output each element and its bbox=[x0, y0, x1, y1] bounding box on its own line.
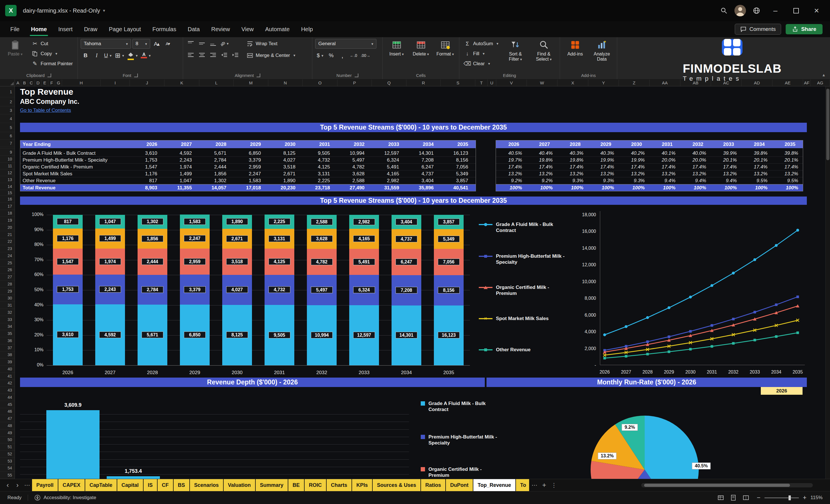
cell[interactable]: 17.4% bbox=[557, 164, 588, 170]
cell[interactable]: 7,056 bbox=[441, 164, 476, 170]
cell[interactable]: 27,490 bbox=[338, 185, 372, 191]
search-icon[interactable] bbox=[717, 4, 731, 17]
row-header-36[interactable]: 36 bbox=[0, 337, 14, 344]
cell[interactable]: 2,671 bbox=[268, 171, 303, 177]
row-header-3[interactable]: 3 bbox=[0, 106, 14, 115]
borders-button[interactable] bbox=[114, 51, 125, 60]
row-header-46[interactable]: 46 bbox=[0, 408, 14, 415]
cell[interactable]: 1,753 bbox=[130, 157, 165, 163]
cell[interactable]: 1,583 bbox=[234, 178, 268, 184]
row-header-19[interactable]: 19 bbox=[0, 217, 14, 224]
cell[interactable]: 100% bbox=[772, 185, 803, 191]
column-header-V[interactable]: V bbox=[496, 80, 527, 86]
cell[interactable]: 5,671 bbox=[199, 151, 234, 156]
sheet-tab-charts[interactable]: Charts bbox=[327, 479, 352, 491]
alignment-dialog-launcher[interactable] bbox=[257, 73, 260, 77]
insert-cells-button[interactable]: Insert bbox=[386, 39, 408, 57]
column-header-W[interactable]: W bbox=[527, 80, 557, 86]
sheet-tab-kpis[interactable]: KPIs bbox=[352, 479, 372, 491]
cell[interactable]: 40.4% bbox=[526, 151, 557, 156]
column-header-C[interactable]: C bbox=[28, 80, 35, 86]
font-size-select[interactable]: 8 bbox=[132, 39, 150, 49]
sheet-tab-roic[interactable]: ROIC bbox=[305, 479, 326, 491]
sheet-tab-captable[interactable]: CapTable bbox=[85, 479, 117, 491]
cell[interactable]: 6,324 bbox=[372, 157, 407, 163]
column-header-S[interactable]: S bbox=[441, 80, 475, 86]
year-ending-header[interactable]: Year Ending bbox=[20, 141, 130, 147]
tab-options-icon[interactable] bbox=[549, 479, 559, 491]
sheet-tab-valuation[interactable]: Valuation bbox=[224, 479, 255, 491]
row-header-44[interactable]: 44 bbox=[0, 394, 14, 401]
cell[interactable]: 1,547 bbox=[130, 164, 165, 170]
share-button[interactable]: Share bbox=[786, 24, 823, 34]
cell[interactable]: 13.2% bbox=[711, 171, 741, 177]
row-header-9[interactable]: 9 bbox=[0, 149, 14, 156]
menu-tab-file[interactable]: File bbox=[5, 21, 25, 37]
row-header-24[interactable]: 24 bbox=[0, 252, 14, 259]
sheet-tab-capital[interactable]: Capital bbox=[117, 479, 143, 491]
menu-tab-insert[interactable]: Insert bbox=[53, 21, 78, 37]
row-header-22[interactable]: 22 bbox=[0, 238, 14, 245]
column-header-AF[interactable]: AF bbox=[803, 80, 810, 86]
cell[interactable]: 14,057 bbox=[199, 185, 234, 191]
pie-chart[interactable]: 40.5%13.2%9.2% bbox=[581, 410, 730, 479]
cell[interactable]: 8,156 bbox=[441, 157, 476, 163]
find-select-button[interactable]: Find & Select bbox=[531, 39, 557, 62]
year-header[interactable]: 2030 bbox=[268, 141, 303, 147]
row-header-12[interactable]: 12 bbox=[0, 169, 14, 176]
cell[interactable]: 1,890 bbox=[268, 178, 303, 184]
revenue-stream-label[interactable]: Premium High-Butterfat Milk - Specialty bbox=[20, 157, 130, 163]
globe-icon[interactable] bbox=[750, 4, 763, 17]
orientation-button[interactable] bbox=[219, 39, 229, 48]
column-header-AG[interactable]: AG bbox=[810, 80, 830, 86]
cell[interactable]: 2,243 bbox=[165, 157, 199, 163]
sheet-tab-cf[interactable]: CF bbox=[158, 479, 173, 491]
page-break-view-icon[interactable] bbox=[742, 494, 749, 501]
cell[interactable]: 3,628 bbox=[338, 171, 372, 177]
merge-center-button[interactable]: Merge & Center bbox=[245, 51, 297, 60]
total-revenue-label[interactable]: Total Revenue bbox=[20, 185, 130, 191]
row-header-29[interactable]: 29 bbox=[0, 288, 14, 295]
cell[interactable]: 9.2% bbox=[496, 178, 526, 184]
more-sheets-icon[interactable] bbox=[22, 479, 32, 491]
cell[interactable]: 20,230 bbox=[268, 185, 303, 191]
menu-tab-data[interactable]: Data bbox=[182, 21, 205, 37]
cell[interactable]: 2,588 bbox=[338, 178, 372, 184]
cell[interactable]: 16,123 bbox=[441, 151, 476, 156]
row-header-47[interactable]: 47 bbox=[0, 415, 14, 422]
column-header-U[interactable]: U bbox=[488, 80, 496, 86]
cell[interactable]: 9.4% bbox=[649, 178, 680, 184]
row-header-28[interactable]: 28 bbox=[0, 281, 14, 288]
menu-tab-home[interactable]: Home bbox=[25, 21, 53, 37]
sheet-tab-be[interactable]: BE bbox=[288, 479, 304, 491]
row-header-33[interactable]: 33 bbox=[0, 316, 14, 323]
year-header[interactable]: 2028 bbox=[557, 141, 588, 147]
column-header-J[interactable]: J bbox=[130, 80, 164, 86]
revenue-stream-label[interactable]: Other Revenue bbox=[20, 178, 130, 184]
row-header-54[interactable]: 54 bbox=[0, 465, 14, 472]
column-header-F[interactable]: F bbox=[48, 80, 55, 86]
cell[interactable]: 100% bbox=[649, 185, 680, 191]
cell[interactable]: 12,597 bbox=[372, 151, 407, 156]
sheet-tab-ratios[interactable]: Ratios bbox=[421, 479, 445, 491]
comma-style-button[interactable] bbox=[338, 51, 347, 60]
cell[interactable]: 8,125 bbox=[268, 151, 303, 156]
sheet-tab-dupont[interactable]: DuPont bbox=[446, 479, 473, 491]
cell[interactable]: 8,903 bbox=[130, 185, 165, 191]
year-header[interactable]: 2033 bbox=[372, 141, 407, 147]
year-header[interactable]: 2027 bbox=[526, 141, 557, 147]
year-header[interactable]: 2030 bbox=[619, 141, 649, 147]
stacked-bar-chart[interactable]: 100%90%80%70%60%50%40%30%20%10%0%20263,6… bbox=[20, 208, 478, 380]
cell[interactable]: 3,857 bbox=[441, 178, 476, 184]
column-header-R[interactable]: R bbox=[407, 80, 441, 86]
zoom-control[interactable]: − + 115% bbox=[757, 494, 823, 501]
cell[interactable]: 35,896 bbox=[407, 185, 441, 191]
cell[interactable]: 10,994 bbox=[338, 151, 372, 156]
year-header[interactable]: 2031 bbox=[649, 141, 680, 147]
cell[interactable]: 1,856 bbox=[199, 171, 234, 177]
cell[interactable]: 2,225 bbox=[303, 178, 338, 184]
column-header-P[interactable]: P bbox=[338, 80, 372, 86]
row-header-34[interactable]: 34 bbox=[0, 323, 14, 330]
revenue-stream-label[interactable]: Organic Certified Milk - Premium bbox=[20, 164, 130, 170]
cell[interactable]: 9.3% bbox=[588, 178, 619, 184]
